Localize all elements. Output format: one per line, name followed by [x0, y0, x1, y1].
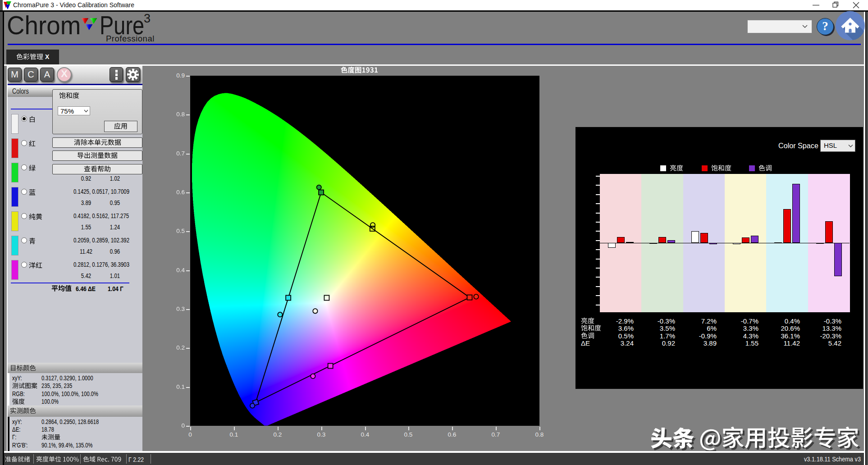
svg-text:?: ?	[822, 19, 828, 33]
